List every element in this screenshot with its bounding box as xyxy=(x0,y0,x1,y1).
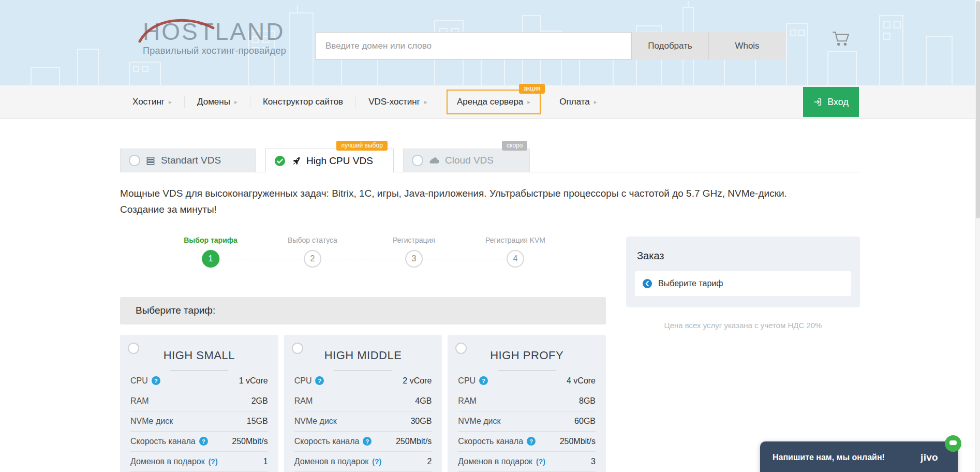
plan-row-disk: NVMe диск 15GB xyxy=(130,411,268,432)
row-label: Доменов в подарок xyxy=(458,457,532,466)
row-label: CPU xyxy=(294,376,312,386)
nav-item-label: Хостинг xyxy=(132,97,165,107)
step-number: 3 xyxy=(405,250,423,268)
cart-button[interactable] xyxy=(830,29,852,50)
tab-cloud-vds[interactable]: Cloud VDS xyxy=(403,149,530,172)
steps-connector-line xyxy=(211,259,531,259)
row-label: RAM xyxy=(294,396,313,406)
help-icon[interactable] xyxy=(209,458,218,466)
row-label: Скорость канала xyxy=(130,437,196,446)
help-icon[interactable] xyxy=(479,376,488,385)
plans-section-title: Выберите тариф: xyxy=(136,305,215,316)
tab-label: Cloud VDS xyxy=(445,155,494,166)
plan-row-bandwidth: Скорость канала 250Mbit/s xyxy=(458,432,596,452)
check-circle-icon xyxy=(274,155,286,167)
plan-card-high-middle: HIGH MIDDLE CPU 2 vCore RAM 4GB xyxy=(284,335,442,472)
plan-name: HIGH PROFY xyxy=(458,349,596,362)
right-column: Заказ Выберите тариф Цена всех услуг ука… xyxy=(626,236,860,330)
row-label: Скорость канала xyxy=(458,437,523,446)
tab-high-cpu-vds[interactable]: High CPU VDS xyxy=(265,149,394,172)
nav-divider xyxy=(440,96,440,108)
step-tariff-selection: Выбор тарифа 1 xyxy=(184,236,237,268)
radio-icon[interactable] xyxy=(129,155,140,166)
row-value: 30GB xyxy=(410,417,432,426)
help-icon[interactable] xyxy=(363,437,372,446)
vds-type-tabs: Standart VDS High CPU VDS xyxy=(120,149,860,172)
shopping-cart-icon xyxy=(831,31,850,47)
step-number: 2 xyxy=(304,250,321,268)
plan-card-high-profy: HIGH PROFY CPU 4 vCore RAM 8GB xyxy=(448,335,606,472)
nav-item-label: Домены xyxy=(197,97,230,107)
hostland-logo[interactable]: HOSTLAND Правильный хостинг-провайдер xyxy=(143,19,286,56)
plan-row-free-domains: Доменов в подарок 2 xyxy=(294,452,432,472)
plan-row-free-domains: Доменов в подарок 1 xyxy=(130,452,268,472)
order-title: Заказ xyxy=(635,250,851,262)
row-value: 1 vCore xyxy=(239,376,268,386)
plan-name: HIGH SMALL xyxy=(130,349,268,362)
help-icon[interactable] xyxy=(527,437,536,446)
nav-item-hosting[interactable]: Хостинг xyxy=(120,85,184,119)
plan-row-bandwidth: Скорость канала 250Mbit/s xyxy=(294,432,432,452)
best-choice-badge: лучший выбор xyxy=(336,141,388,151)
row-value: 250Mbit/s xyxy=(396,437,432,446)
nav-item-label: Конструктор сайтов xyxy=(263,97,343,107)
arrow-left-circle-icon xyxy=(642,278,652,289)
step-label: Регистрация KVM xyxy=(485,236,545,244)
step-registration: Регистрация 3 xyxy=(393,236,435,268)
plan-row-ram: RAM 2GB xyxy=(130,391,268,411)
plan-row-cpu: CPU 2 vCore xyxy=(294,371,432,391)
logo-tagline: Правильный хостинг-провайдер xyxy=(143,46,286,56)
server-icon xyxy=(146,156,155,165)
chat-widget[interactable]: Напишите нам, мы онлайн! jivo xyxy=(760,441,958,472)
nav-item-domains[interactable]: Домены xyxy=(185,85,250,119)
chevron-right-icon xyxy=(527,99,530,105)
step-status-selection: Выбор статуса 2 xyxy=(288,236,337,268)
help-icon[interactable] xyxy=(536,458,545,466)
vat-note: Цена всех услуг указана с учетом НДС 20% xyxy=(626,321,860,330)
help-icon[interactable] xyxy=(315,376,324,385)
tab-label: High CPU VDS xyxy=(306,155,373,167)
order-select-tariff-item[interactable]: Выберите тариф xyxy=(635,271,851,296)
row-value: 2 xyxy=(427,457,432,466)
chevron-right-icon xyxy=(594,99,597,105)
row-label: Скорость канала xyxy=(294,437,360,446)
radio-icon[interactable] xyxy=(412,155,423,166)
step-number: 1 xyxy=(202,250,219,268)
plans-section-header: Выберите тариф: xyxy=(120,297,606,325)
help-icon[interactable] xyxy=(372,458,381,466)
nav-item-site-builder[interactable]: Конструктор сайтов xyxy=(250,85,355,119)
row-label: RAM xyxy=(458,396,477,406)
coming-soon-badge: скоро xyxy=(502,141,527,151)
row-value: 250Mbit/s xyxy=(232,437,268,446)
plan-radio[interactable] xyxy=(292,343,303,354)
step-kvm-registration: Регистрация KVM 4 xyxy=(485,236,545,268)
scrollbar-thumb[interactable] xyxy=(976,1,980,218)
plan-radio[interactable] xyxy=(455,343,467,354)
tab-standart-vds[interactable]: Standart VDS xyxy=(120,149,256,172)
domain-search-input[interactable] xyxy=(316,32,631,60)
nav-item-server-rent[interactable]: Аренда сервера акция xyxy=(447,90,541,114)
domain-search-button[interactable]: Подобрать xyxy=(631,32,708,60)
scrollbar-track xyxy=(975,0,980,472)
chevron-right-icon xyxy=(234,99,237,105)
nav-item-label: VDS-хостинг xyxy=(368,97,420,107)
help-icon[interactable] xyxy=(199,437,208,446)
plan-row-ram: RAM 8GB xyxy=(458,391,596,411)
tab-label: Standart VDS xyxy=(161,155,221,166)
plan-cards: HIGH SMALL CPU 1 vCore RAM 2GB xyxy=(120,335,606,472)
plan-radio[interactable] xyxy=(128,343,139,354)
plan-row-bandwidth: Скорость канала 250Mbit/s xyxy=(130,432,268,452)
step-number: 4 xyxy=(507,250,524,268)
main-navigation: Хостинг Домены Конструктор сайтов VDS-хо… xyxy=(0,85,980,119)
whois-button[interactable]: Whois xyxy=(708,32,785,60)
login-label: Вход xyxy=(827,97,849,108)
title-underline xyxy=(498,370,556,371)
row-value: 15GB xyxy=(247,417,268,426)
nav-item-vds-hosting[interactable]: VDS-хостинг xyxy=(356,85,440,119)
login-button[interactable]: Вход xyxy=(803,87,859,117)
logo-wordmark: HOSTLAND xyxy=(143,19,286,45)
rocket-icon xyxy=(291,156,301,166)
nav-item-payment[interactable]: Оплата xyxy=(547,85,610,119)
help-icon[interactable] xyxy=(152,376,160,385)
site-header: HOSTLAND Правильный хостинг-провайдер По… xyxy=(0,0,980,85)
